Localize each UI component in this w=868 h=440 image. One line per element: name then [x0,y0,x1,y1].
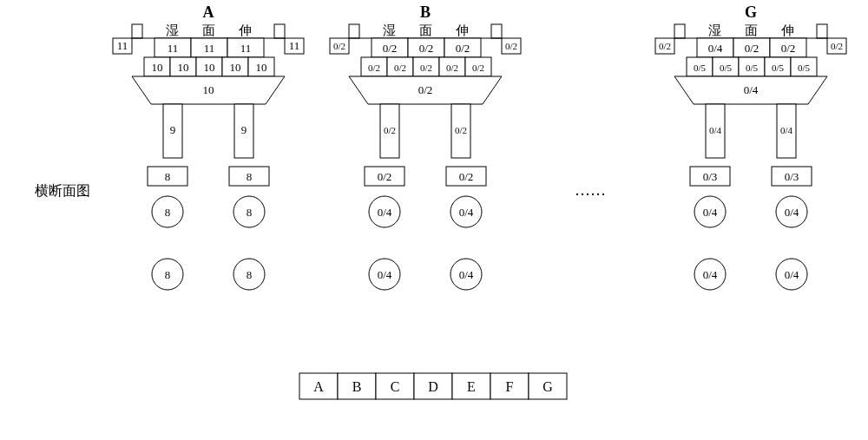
hdr-1: 湿 [383,23,396,37]
svg-rect-3 [274,24,285,38]
svg-rect-45 [817,24,827,38]
r2e: 10 [256,61,267,74]
r1c: 0/2 [456,42,470,55]
tab-left: 11 [117,39,128,52]
cap: 10 [203,83,214,96]
r1a: 0/2 [383,42,398,55]
tab-right: 0/2 [505,41,517,51]
legend-row: A B C D E F G [299,373,567,399]
hdr-2: 面 [419,23,432,37]
cap: 0/4 [744,83,759,96]
r2a: 10 [152,61,163,74]
col-l: 0/2 [384,125,396,135]
hdr-1: 湿 [708,23,721,37]
r1b: 0/2 [419,42,434,55]
col-l: 0/4 [709,125,722,135]
r2a: 0/5 [694,62,707,73]
r1a: 11 [168,42,179,55]
hdr-1: 湿 [166,23,179,37]
r2d: 10 [230,61,241,74]
ft-l: 8 [165,170,171,183]
c1r: 0/4 [785,206,799,219]
r2e: 0/2 [472,62,484,73]
r1c: 0/2 [781,42,796,55]
c2l: 0/4 [378,268,392,281]
ft-r: 8 [247,170,253,183]
hdr-3: 伸 [780,23,794,37]
ft-r: 0/3 [785,170,799,183]
c1l: 0/4 [703,206,718,219]
legend-g: G [542,379,553,394]
ft-l: 0/2 [378,170,392,183]
c1l: 0/4 [378,206,392,219]
hdr-3: 伸 [238,23,252,37]
r2b: 10 [178,61,189,74]
col-r: 0/4 [780,125,793,135]
r1c: 11 [240,42,252,55]
c1r: 8 [247,206,253,219]
r1a: 0/4 [708,42,723,55]
legend-c: C [391,379,400,394]
hdr-2: 面 [745,23,758,37]
r2d: 0/5 [772,62,785,73]
col-r: 0/2 [455,125,467,135]
c2l: 0/4 [703,268,718,281]
svg-rect-24 [491,24,502,38]
section-title: A [203,3,214,21]
col-r: 9 [241,123,247,136]
c2r: 0/4 [459,268,474,281]
section-title: G [745,3,757,21]
legend-e: E [467,379,476,394]
svg-rect-23 [349,24,359,38]
legend-a: A [313,379,324,394]
side-label: 横断面图 [35,183,90,198]
cap: 0/2 [418,83,433,96]
ft-l: 0/3 [703,170,718,183]
legend-f: F [506,379,514,394]
c1r: 0/4 [459,206,474,219]
legend-d: D [428,379,438,394]
tab-right: 11 [289,39,300,52]
tab-left: 0/2 [659,41,671,51]
col-l: 9 [170,123,176,136]
r2a: 0/2 [368,62,380,73]
r2d: 0/2 [446,62,458,73]
section-A: A 11 11 湿 面 伸 11 11 11 10 10 10 10 10 10 [113,3,304,290]
hdr-3: 伸 [455,23,469,37]
ft-r: 0/2 [459,170,474,183]
c2l: 8 [165,268,171,281]
r2c: 0/5 [746,62,759,73]
r2b: 0/5 [720,62,733,73]
r2c: 0/2 [420,62,432,73]
r2c: 10 [204,61,215,74]
c2r: 0/4 [785,268,799,281]
c2r: 8 [247,268,253,281]
r1b: 11 [204,42,215,55]
hdr-2: 面 [202,23,215,37]
section-G: G 0/2 0/2 湿 面 伸 0/4 0/2 0/2 0/5 0/5 0/5 … [655,3,846,290]
svg-rect-44 [674,24,685,38]
tab-left: 0/2 [333,41,345,51]
ellipsis: …… [575,181,606,199]
tab-right: 0/2 [831,41,843,51]
c1l: 8 [165,206,171,219]
r1b: 0/2 [745,42,760,55]
diagram-canvas: 横断面图 A 11 11 湿 面 伸 11 11 11 10 10 10 10 … [0,0,868,440]
r2e: 0/5 [798,62,811,73]
section-B: B 0/2 0/2 湿 面 伸 0/2 0/2 0/2 0/2 0/2 0/2 … [330,3,521,290]
r2b: 0/2 [394,62,406,73]
section-title: B [420,3,431,21]
legend-b: B [352,379,362,394]
svg-rect-2 [132,24,142,38]
